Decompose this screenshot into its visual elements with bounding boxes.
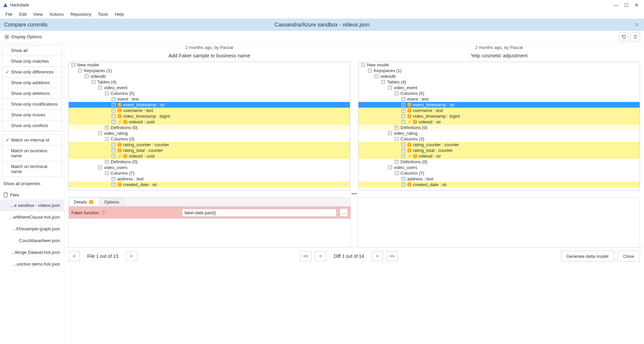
tree-row[interactable]: +!event_timestamp : str xyxy=(359,102,640,108)
tree-toggle-icon[interactable]: + xyxy=(112,109,115,112)
sidebar-filter-item[interactable]: Match on technical name xyxy=(2,161,62,177)
tree-row[interactable]: +Definitions (0) xyxy=(69,159,350,165)
tree-toggle-icon[interactable]: − xyxy=(395,137,398,141)
help-icon[interactable]: ? xyxy=(101,210,106,215)
file-item[interactable]: ...wWhereClause.hck.json xyxy=(0,211,64,223)
file-item[interactable]: ...unction demo.hck.json xyxy=(0,258,64,270)
file-next-button[interactable]: > xyxy=(126,251,137,261)
close-button[interactable]: Close xyxy=(618,251,640,262)
tree-row[interactable]: +address : text xyxy=(69,176,350,182)
tree-row[interactable]: −Columns (7) xyxy=(359,170,640,176)
tree-toggle-icon[interactable]: − xyxy=(381,80,385,84)
tab-details[interactable]: Details ! xyxy=(69,197,100,206)
diff-last-button[interactable]: >> xyxy=(386,251,398,261)
menu-file[interactable]: File xyxy=(3,11,15,17)
menu-actions[interactable]: Actions xyxy=(47,11,66,17)
tree-toggle-icon[interactable]: − xyxy=(92,80,95,84)
menu-edit[interactable]: Edit xyxy=(16,11,29,17)
tree-row[interactable]: +!video_timestamp : bigint xyxy=(69,113,350,119)
tree-row[interactable]: +⚡!videoid : str xyxy=(359,119,640,125)
tree-row[interactable]: −Columns (3) xyxy=(359,136,640,142)
tree-row[interactable]: −Columns (7) xyxy=(69,170,350,176)
tree-toggle-icon[interactable]: − xyxy=(388,131,392,135)
tree-row[interactable]: −videodb xyxy=(359,73,640,79)
tree-toggle-icon[interactable]: − xyxy=(98,86,102,90)
refresh-button[interactable] xyxy=(619,32,629,42)
diff-prev-button[interactable]: < xyxy=(315,251,326,261)
tree-row[interactable]: +event : text xyxy=(69,96,350,102)
file-item[interactable]: ...llenge Dataset.hck.json xyxy=(0,246,64,258)
menu-view[interactable]: View xyxy=(31,11,45,17)
tree-toggle-icon[interactable]: + xyxy=(395,160,398,164)
tree-row[interactable]: +⚡!videoid : uuid xyxy=(69,153,350,159)
tree-row[interactable]: +⚡!videoid : uuid xyxy=(69,119,350,125)
tree-row[interactable]: +!rating_total : counter xyxy=(69,148,350,153)
tree-toggle-icon[interactable]: − xyxy=(85,74,89,78)
sidebar-filter-item[interactable]: Show only moves xyxy=(2,110,62,120)
generate-delta-button[interactable]: Generate delta model xyxy=(561,251,614,262)
tree-row[interactable]: +!username : text xyxy=(359,108,640,113)
tree-row[interactable]: +!event_timestamp : str xyxy=(69,102,350,108)
tree-row[interactable]: +!video_timestamp : bigint xyxy=(359,113,640,119)
tree-row[interactable]: −video_event xyxy=(359,85,640,91)
tree-toggle-icon[interactable]: + xyxy=(112,154,115,158)
tree-row[interactable]: +!rating_total : counter xyxy=(359,148,640,153)
tree-toggle-icon[interactable]: + xyxy=(401,103,405,107)
tree-row[interactable]: +!username : text xyxy=(69,108,350,113)
tree-row[interactable]: −video_event xyxy=(69,85,350,91)
tree-toggle-icon[interactable]: + xyxy=(112,103,115,107)
faker-function-more-button[interactable]: … xyxy=(340,209,348,217)
tree-row[interactable]: −video_users xyxy=(359,165,640,170)
tree-row[interactable]: −Tables (4) xyxy=(69,79,350,85)
tree-row[interactable]: −Keyspaces (1) xyxy=(69,68,350,73)
tree-row[interactable]: +Definitions (0) xyxy=(359,159,640,165)
tree-toggle-icon[interactable]: − xyxy=(361,63,365,67)
tree-row[interactable]: −Columns (5) xyxy=(359,91,640,96)
sidebar-filter-item[interactable]: Show only matches xyxy=(2,56,62,66)
tree-toggle-icon[interactable]: + xyxy=(395,126,398,129)
tree-toggle-icon[interactable]: + xyxy=(112,149,115,152)
file-item[interactable]: Couchbase/beer.json xyxy=(0,235,64,246)
tree-row[interactable]: −Tables (4) xyxy=(359,79,640,85)
tree-row[interactable]: −New model xyxy=(359,62,640,68)
tree-toggle-icon[interactable]: − xyxy=(105,92,109,95)
show-all-properties[interactable]: Show all properties xyxy=(0,178,64,189)
tree-row[interactable]: +!created_date : str xyxy=(69,182,350,187)
window-minimize-icon[interactable]: — xyxy=(613,2,618,8)
file-item[interactable]: ...PI/example-graph.json xyxy=(0,223,64,235)
tree-row[interactable]: −Columns (3) xyxy=(69,136,350,142)
tree-row[interactable]: −Keyspaces (1) xyxy=(359,68,640,73)
tree-toggle-icon[interactable]: + xyxy=(112,183,115,186)
menu-tools[interactable]: Tools xyxy=(95,11,111,17)
diff-first-button[interactable]: << xyxy=(300,251,312,261)
window-close-icon[interactable]: ✕ xyxy=(635,2,639,8)
sidebar-filter-item[interactable]: Show only deletions xyxy=(2,88,62,99)
tree-toggle-icon[interactable]: + xyxy=(401,143,405,147)
tree-toggle-icon[interactable]: + xyxy=(112,120,115,124)
sidebar-filter-item[interactable]: ✓Show only differences xyxy=(2,67,62,77)
tree-row[interactable]: −video_rating xyxy=(359,130,640,136)
swap-button[interactable] xyxy=(631,32,640,42)
sidebar-filter-item[interactable]: Show only additions xyxy=(2,77,62,88)
tree-toggle-icon[interactable]: − xyxy=(98,166,102,169)
tree-toggle-icon[interactable]: − xyxy=(395,171,398,175)
right-tree[interactable]: −New model−Keyspaces (1)−videodb−Tables … xyxy=(358,62,640,190)
tree-toggle-icon[interactable]: + xyxy=(112,114,115,118)
tree-toggle-icon[interactable]: + xyxy=(401,154,405,158)
tree-toggle-icon[interactable]: − xyxy=(395,92,398,95)
tree-toggle-icon[interactable]: − xyxy=(98,131,102,135)
tree-toggle-icon[interactable]: + xyxy=(105,160,109,164)
tree-row[interactable]: +event : text xyxy=(359,96,640,102)
tree-toggle-icon[interactable]: + xyxy=(401,183,405,186)
horizontal-splitter[interactable]: ••• xyxy=(64,190,644,197)
tree-toggle-icon[interactable]: − xyxy=(388,166,392,169)
tree-toggle-icon[interactable]: + xyxy=(112,143,115,147)
sidebar-filter-item[interactable]: Show all xyxy=(2,45,62,56)
sidebar-filter-item[interactable]: Show only modifications xyxy=(2,99,62,109)
tree-row[interactable]: +Definitions (0) xyxy=(69,125,350,130)
tree-toggle-icon[interactable]: − xyxy=(71,63,75,67)
sidebar-filter-item[interactable]: ✓Match on internal id xyxy=(2,135,62,145)
display-options-label[interactable]: Display Options xyxy=(4,34,42,40)
tab-options[interactable]: Options xyxy=(99,197,124,206)
tree-toggle-icon[interactable]: − xyxy=(388,86,392,90)
